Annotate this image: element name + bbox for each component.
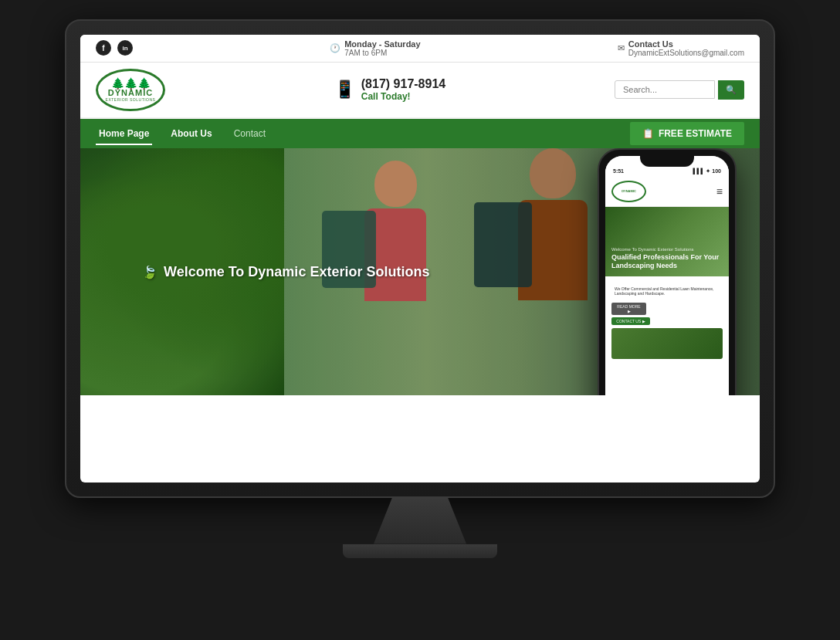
clock-icon: 🕐 bbox=[330, 43, 340, 53]
phone-read-more-btn[interactable]: READ MORE ▶ bbox=[611, 303, 646, 315]
free-estimate-button[interactable]: 📋 FREE ESTIMATE bbox=[630, 122, 744, 145]
search-area: 🔍 bbox=[615, 80, 744, 100]
phone-number[interactable]: (817) 917-8914 bbox=[361, 77, 445, 91]
contact-email: DynamicExtSolutions@gmail.com bbox=[628, 49, 744, 57]
monitor-stand bbox=[374, 498, 466, 544]
phone-mockup: 5:51 ▌▌▌ ✦ 100 DYNAMIC ≡ bbox=[598, 148, 737, 395]
phone-image-placeholder bbox=[611, 328, 723, 359]
phone-body-text: We Offer Commercial and Residential Lawn… bbox=[611, 283, 723, 300]
phone-logo: DYNAMIC bbox=[611, 181, 646, 202]
logo-area[interactable]: 🌲🌲🌲 DYNAMIC EXTERIOR SOLUTIONS bbox=[96, 69, 165, 111]
nav-about[interactable]: About Us bbox=[168, 122, 215, 145]
phone-hero-body: We Offer Commercial and Residential Lawn… bbox=[615, 286, 720, 296]
logo-name: DYNAMIC bbox=[108, 89, 153, 97]
phone-signal: ▌▌▌ ✦ 100 bbox=[693, 168, 721, 174]
phone-time: 5:51 bbox=[613, 168, 624, 174]
phone-cta-buttons: READ MORE ▶ CONTACT US ▶ bbox=[611, 303, 723, 325]
site-topbar: f in 🕐 Monday - Saturday 7AM to 6PM ✉ bbox=[80, 35, 760, 63]
topbar-hours: 🕐 Monday - Saturday 7AM to 6PM bbox=[330, 39, 420, 57]
mail-icon: ✉ bbox=[618, 43, 625, 53]
hours-value: 7AM to 6PM bbox=[344, 49, 420, 57]
estimate-icon: 📋 bbox=[642, 128, 654, 139]
monitor-base bbox=[343, 544, 497, 558]
facebook-icon[interactable]: f bbox=[96, 40, 111, 56]
nav-links: Home Page About Us Contact bbox=[96, 119, 269, 148]
phone-screen: 5:51 ▌▌▌ ✦ 100 DYNAMIC ≡ bbox=[605, 156, 729, 395]
nav-contact[interactable]: Contact bbox=[231, 122, 269, 145]
hero-welcome-text: 🍃 Welcome To Dynamic Exterior Solutions bbox=[142, 263, 429, 279]
site-header: 🌲🌲🌲 DYNAMIC EXTERIOR SOLUTIONS 📱 (817) 9… bbox=[80, 63, 760, 119]
hours-label: Monday - Saturday bbox=[344, 39, 420, 49]
scene: f in 🕐 Monday - Saturday 7AM to 6PM ✉ bbox=[34, 19, 806, 621]
logo-trees-icon: 🌲🌲🌲 bbox=[111, 78, 151, 89]
instagram-icon[interactable]: in bbox=[117, 40, 133, 56]
phone-area: 📱 (817) 917-8914 Call Today! bbox=[334, 77, 445, 102]
site-nav: Home Page About Us Contact 📋 FREE ESTIMA… bbox=[80, 119, 760, 148]
phone-icon: 📱 bbox=[334, 80, 355, 100]
monitor: f in 🕐 Monday - Saturday 7AM to 6PM ✉ bbox=[65, 19, 775, 498]
phone-logo-text: DYNAMIC bbox=[622, 189, 636, 193]
topbar-contact: ✉ Contact Us DynamicExtSolutions@gmail.c… bbox=[618, 39, 744, 57]
hero-section: 🍃 Welcome To Dynamic Exterior Solutions … bbox=[80, 148, 760, 395]
logo: 🌲🌲🌲 DYNAMIC EXTERIOR SOLUTIONS bbox=[96, 69, 165, 111]
logo-sub: EXTERIOR SOLUTIONS bbox=[106, 97, 156, 102]
phone-hero-sub-label: Welcome To Dynamic Exterior Solutions bbox=[611, 247, 723, 252]
contact-label: Contact Us bbox=[628, 39, 744, 49]
phone-hero-title: Qualified Professionals For Your Landsca… bbox=[611, 253, 723, 270]
monitor-screen: f in 🕐 Monday - Saturday 7AM to 6PM ✉ bbox=[80, 35, 760, 483]
search-input[interactable] bbox=[615, 80, 715, 99]
phone-content: We Offer Commercial and Residential Lawn… bbox=[605, 276, 729, 363]
topbar-social: f in bbox=[96, 40, 133, 56]
phone-site-header: DYNAMIC ≡ bbox=[605, 177, 729, 207]
phone-contact-btn[interactable]: CONTACT US ▶ bbox=[611, 317, 650, 325]
phone-cta: Call Today! bbox=[361, 91, 445, 102]
leaf-icon: 🍃 bbox=[142, 264, 158, 279]
nav-home[interactable]: Home Page bbox=[96, 122, 152, 145]
search-button[interactable]: 🔍 bbox=[718, 80, 744, 100]
phone-menu-icon[interactable]: ≡ bbox=[716, 185, 723, 198]
phone-hero: Welcome To Dynamic Exterior Solutions Qu… bbox=[605, 207, 729, 276]
phone-notch bbox=[640, 156, 694, 167]
welcome-text: Welcome To Dynamic Exterior Solutions bbox=[164, 263, 429, 279]
estimate-label: FREE ESTIMATE bbox=[659, 128, 732, 139]
